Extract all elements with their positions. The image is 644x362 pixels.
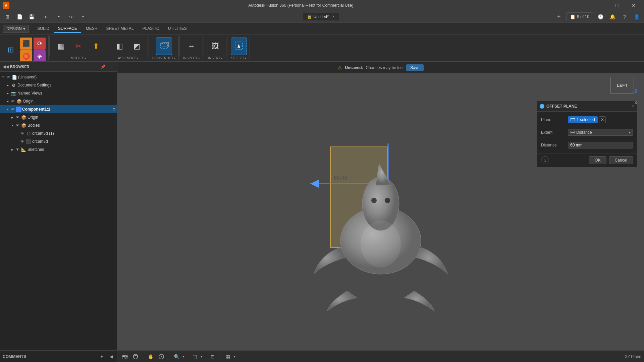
close-button[interactable]: ✕ — [626, 0, 641, 11]
plane-clear-button[interactable]: ✕ — [599, 116, 606, 123]
redo-arrow[interactable]: ▾ — [78, 12, 88, 21]
tree-item-orcam3d[interactable]: 👁 ⬛ orcam3d — [0, 137, 117, 145]
measure-button[interactable]: ↔ — [183, 38, 200, 55]
layout-options-button[interactable]: ▦ — [223, 352, 232, 361]
clock-button[interactable]: 🕐 — [596, 12, 605, 21]
offset-plane-button[interactable] — [156, 38, 172, 55]
free-orbit-button[interactable] — [157, 352, 166, 361]
tree-arrow-origin[interactable] — [5, 99, 10, 104]
info-button[interactable]: ℹ — [541, 156, 549, 164]
tree-eye-comp1[interactable]: 👁 — [10, 107, 15, 112]
tree-item-unsaved[interactable]: 👁 📄 (Unsaved) — [0, 73, 117, 81]
distance-input[interactable] — [568, 142, 633, 148]
comments-add-button[interactable]: + — [98, 353, 105, 360]
cancel-button[interactable]: Cancel — [609, 156, 633, 164]
user-button[interactable]: 👤 — [632, 12, 641, 21]
tab-mesh[interactable]: MESH — [82, 25, 102, 33]
tree-eye-comp-origin[interactable]: 👁 — [15, 115, 20, 120]
tree-item-orcam3d-1[interactable]: 👁 ⬡ orcam3d (1) — [0, 129, 117, 137]
offset-face-button[interactable]: ✂ — [70, 38, 87, 55]
pan-button[interactable]: ✋ — [146, 352, 155, 361]
tab-plastic[interactable]: PLASTIC — [139, 25, 163, 33]
tree-arrow-bodies[interactable] — [10, 123, 15, 128]
new-file-button[interactable]: 📄 — [15, 12, 24, 21]
tree-arrow-sketches[interactable] — [10, 147, 15, 152]
ok-button[interactable]: OK — [589, 156, 606, 164]
tree-arrow-comp1[interactable] — [5, 107, 10, 112]
tree-eye-orcam1[interactable]: 👁 — [19, 131, 25, 136]
tree-item-comp-origin[interactable]: 👁 📦 Origin — [0, 113, 117, 121]
select-button[interactable] — [231, 38, 247, 55]
redo-button[interactable]: ↪ — [66, 12, 75, 21]
capture-image-button[interactable]: 📷 — [120, 352, 129, 361]
zoom-button[interactable]: 🔍 — [172, 352, 181, 361]
browser-left-arrows[interactable]: ◀◀ — [3, 64, 9, 69]
file-tab-close-icon[interactable]: ✕ — [332, 15, 335, 18]
browser-collapse-button[interactable]: | — [108, 63, 114, 70]
help-button[interactable]: ? — [620, 12, 629, 21]
save-document-button[interactable]: Save — [406, 64, 423, 71]
tree-item-origin[interactable]: 👁 📦 Origin — [0, 97, 117, 105]
minimize-button[interactable]: — — [592, 0, 608, 11]
tree-icon-views: 📷 — [11, 90, 17, 96]
layout-arrow[interactable]: ▾ — [234, 355, 235, 358]
tree-eye-orcam[interactable]: 👁 — [19, 139, 25, 144]
tree-arrow-orcam — [15, 139, 19, 144]
tab-sheet-metal[interactable]: SHEET METAL — [102, 25, 138, 33]
file-tabs: 🔒 Untitled* ✕ — [90, 13, 551, 20]
tab-surface[interactable]: SURFACE — [54, 25, 81, 33]
extent-control: Distance ▾ — [568, 129, 633, 136]
plane-selected-button[interactable]: 1 selected — [568, 116, 598, 123]
tree-arrow-views[interactable] — [5, 91, 10, 96]
notifications-button[interactable]: 🔔 — [608, 12, 617, 21]
viewcube-face[interactable]: LEFT — [610, 77, 634, 94]
viewcube[interactable]: LEFT Z X — [597, 77, 637, 110]
design-mode-button[interactable]: DESIGN ▾ — [3, 25, 29, 33]
loft-icon: ◈ — [37, 53, 42, 60]
save-button[interactable]: 💾 — [27, 12, 36, 21]
joint-button[interactable]: ◩ — [129, 38, 145, 55]
version-badge[interactable]: 📋 9 of 10 — [566, 12, 593, 21]
undo-button[interactable]: ↩ — [42, 12, 51, 21]
active-file-tab[interactable]: 🔒 Untitled* ✕ — [303, 13, 338, 20]
browser-pin-button[interactable]: 📌 — [100, 63, 106, 70]
grid-button[interactable]: ⊞ — [3, 12, 12, 21]
insert-button[interactable]: 🖼 — [207, 38, 223, 55]
tree-item-doc-settings[interactable]: ⚙ Document Settings — [0, 81, 117, 89]
offset-plane-body: Plane 1 selected ✕ Extent Distance ▾ — [537, 112, 637, 153]
loft-button[interactable]: ◈ — [34, 50, 46, 62]
undo-arrow[interactable]: ▾ — [54, 12, 63, 21]
tab-solid[interactable]: SOLID — [33, 25, 53, 33]
new-component-button[interactable]: ◧ — [111, 38, 127, 55]
tree-gear-comp1[interactable]: ⚙ — [112, 107, 116, 112]
combine-button[interactable]: ▦ — [53, 38, 69, 55]
tree-arrow-unsaved[interactable] — [1, 75, 5, 79]
tree-item-component1[interactable]: 👁 Component1:1 ⚙ — [0, 105, 117, 113]
tree-arrow-comp-origin[interactable] — [10, 115, 15, 120]
tree-item-bodies[interactable]: 👁 📦 Bodies — [0, 121, 117, 129]
revolve-button[interactable]: ⭕ — [20, 50, 32, 62]
maximize-button[interactable]: □ — [609, 0, 625, 11]
tree-item-named-views[interactable]: 📷 Named Views — [0, 89, 117, 97]
add-tab-button[interactable]: + — [554, 12, 564, 21]
offset-plane-header-icon — [540, 104, 544, 109]
tree-arrow-doc[interactable] — [5, 83, 10, 87]
tree-item-sketches[interactable]: 👁 📐 Sketches — [0, 145, 117, 154]
push-pull-button[interactable]: ⬆ — [88, 38, 104, 55]
tab-utilities[interactable]: UTILITIES — [164, 25, 191, 33]
tree-eye-bodies[interactable]: 👁 — [15, 123, 20, 128]
tree-eye-sketches[interactable]: 👁 — [15, 147, 20, 152]
create-sketch-button[interactable]: ⊞ — [3, 41, 19, 59]
grid-visibility-button[interactable]: ⊟ — [208, 352, 217, 361]
orbit-button[interactable] — [131, 352, 140, 361]
svg-point-16 — [371, 198, 377, 203]
sweep-button[interactable]: ⟳ — [34, 38, 46, 50]
display-arrow[interactable]: ▾ — [201, 355, 202, 358]
display-settings-button[interactable]: ⬚ — [190, 352, 199, 361]
zoom-arrow[interactable]: ▾ — [182, 355, 184, 358]
tree-eye-unsaved[interactable]: 👁 — [5, 74, 11, 80]
tree-eye-origin[interactable]: 👁 — [10, 99, 15, 104]
extent-dropdown[interactable]: Distance ▾ — [568, 129, 633, 136]
extrude-button[interactable]: ⬛ — [20, 38, 32, 50]
comments-collapse-button[interactable]: ◀ — [108, 353, 114, 360]
